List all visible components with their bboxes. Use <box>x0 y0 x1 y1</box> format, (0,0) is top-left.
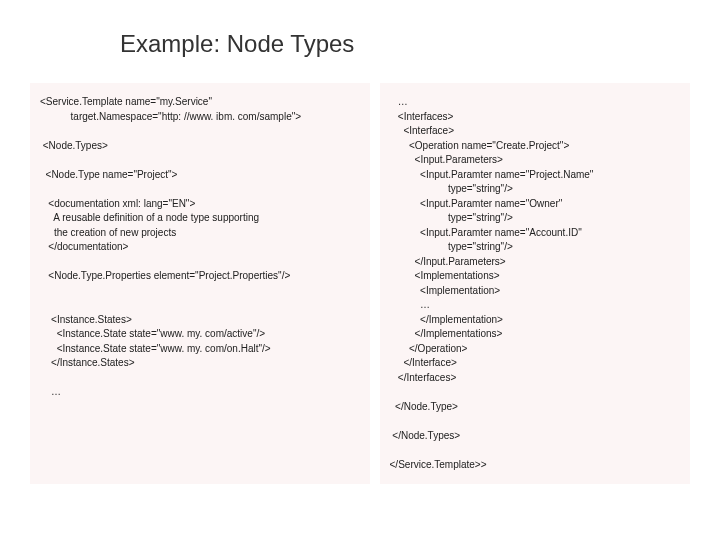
code-block-right: … <Interfaces> <Interface> <Operation na… <box>380 83 690 484</box>
slide-title: Example: Node Types <box>120 30 690 58</box>
slide: Example: Node Types <Service.Template na… <box>0 0 720 540</box>
content-area: <Service.Template name="my.Service" targ… <box>30 83 690 484</box>
code-block-left: <Service.Template name="my.Service" targ… <box>30 83 370 484</box>
